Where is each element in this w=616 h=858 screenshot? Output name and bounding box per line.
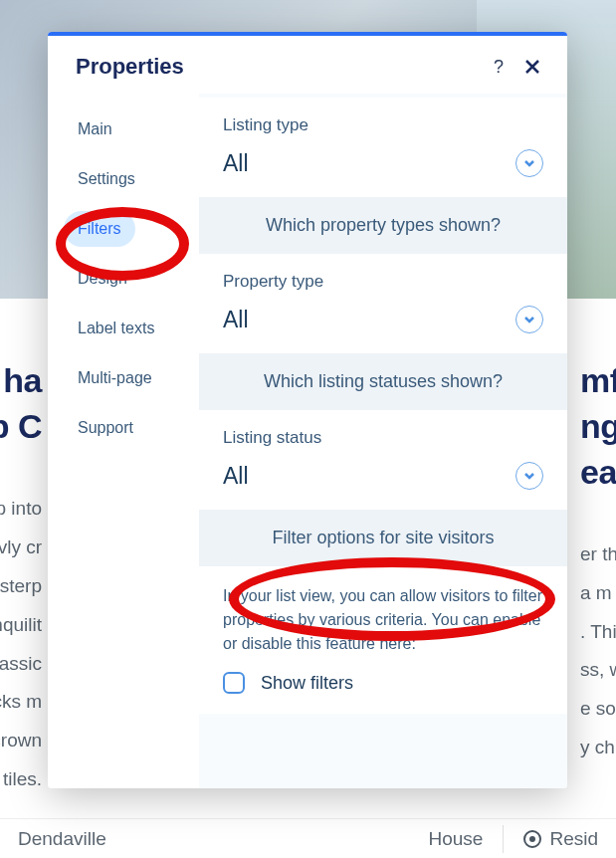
bg-heading-left: ha p C xyxy=(0,358,42,450)
bg-body-left: p into vly cr sterp nquilit classic cks … xyxy=(0,490,42,800)
close-icon[interactable] xyxy=(521,56,543,78)
sidebar-item-filters[interactable]: Filters xyxy=(64,211,135,247)
sidebar-item-settings[interactable]: Settings xyxy=(64,161,149,197)
listing-type-select[interactable]: All xyxy=(223,149,543,177)
bg-footer-type: House xyxy=(429,828,484,850)
show-filters-row: Show filters xyxy=(199,672,567,714)
listing-status-block: Listing status All xyxy=(199,410,567,510)
content-pane: Listing type All Which property types sh… xyxy=(199,94,567,788)
chevron-down-icon xyxy=(515,149,543,177)
sidebar-item-label-texts[interactable]: Label texts xyxy=(64,311,168,346)
section-listing-statuses: Which listing statuses shown? xyxy=(199,353,567,410)
section-property-types: Which property types shown? xyxy=(199,197,567,254)
listing-status-select[interactable]: All xyxy=(223,462,543,490)
sidebar-item-design[interactable]: Design xyxy=(64,261,141,297)
bg-heading-right: mf ng ea xyxy=(580,358,616,496)
property-type-select[interactable]: All xyxy=(223,306,543,333)
property-type-value: All xyxy=(223,307,249,333)
listing-type-value: All xyxy=(223,150,249,177)
modal-title: Properties xyxy=(76,54,476,80)
listing-status-label: Listing status xyxy=(223,428,543,448)
help-icon[interactable]: ? xyxy=(488,56,510,78)
listing-status-value: All xyxy=(223,463,249,490)
bg-body-right: er th a m . This ss, w e sof y ch xyxy=(580,536,616,768)
sidebar-item-main[interactable]: Main xyxy=(64,111,126,147)
bg-footer-location: Dendaville xyxy=(18,828,106,850)
bg-footer-resid: Resid xyxy=(549,828,598,850)
listing-type-block: Listing type All xyxy=(199,98,567,197)
chevron-down-icon xyxy=(515,462,543,490)
show-filters-checkbox[interactable] xyxy=(223,672,245,694)
property-type-block: Property type All xyxy=(199,254,567,353)
bg-card-right: mf ng ea er th a m . This ss, w e sof y … xyxy=(568,299,616,826)
chevron-down-icon xyxy=(515,306,543,333)
section-filter-options: Filter options for site visitors xyxy=(199,510,567,566)
listing-type-label: Listing type xyxy=(223,115,543,135)
sidebar-item-multi-page[interactable]: Multi-page xyxy=(64,360,166,396)
modal-header: Properties ? xyxy=(48,36,567,94)
bg-footer: Dendaville House Resid xyxy=(0,818,616,858)
properties-modal: Properties ? Main Settings Filters Desig… xyxy=(48,32,567,788)
property-type-label: Property type xyxy=(223,272,543,292)
sidebar: Main Settings Filters Design Label texts… xyxy=(48,94,199,788)
sidebar-item-support[interactable]: Support xyxy=(64,410,147,446)
show-filters-label: Show filters xyxy=(261,673,353,694)
bg-card-left: ha p C p into vly cr sterp nquilit class… xyxy=(0,299,48,826)
modal-body: Main Settings Filters Design Label texts… xyxy=(48,94,567,788)
filter-options-info: In your list view, you can allow visitor… xyxy=(199,566,567,672)
bullseye-icon xyxy=(523,830,541,848)
